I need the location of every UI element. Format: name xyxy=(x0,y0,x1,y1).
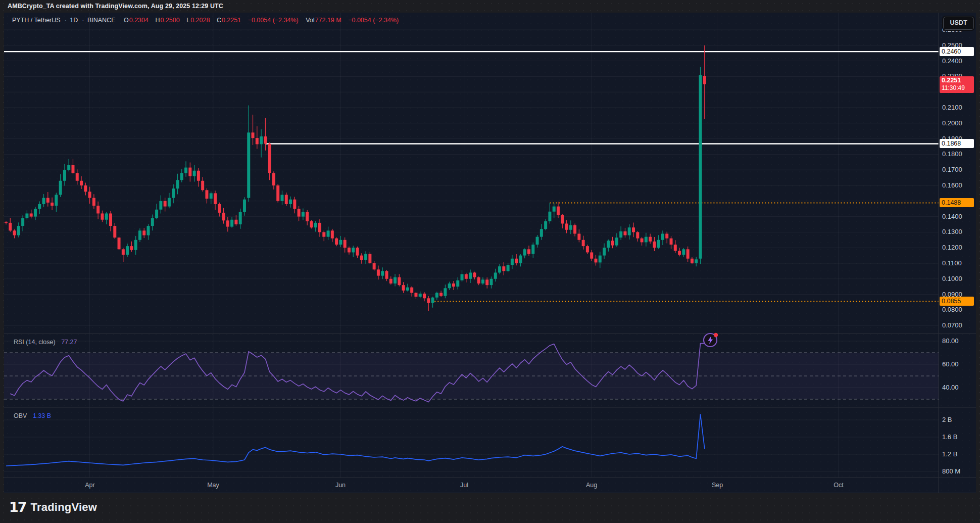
obv-tick: 1.2 B xyxy=(942,450,957,458)
high-letter: H xyxy=(155,17,160,24)
price-tick: 0.1700 xyxy=(942,166,962,173)
obv-title[interactable]: OBV xyxy=(14,412,27,419)
volume-change-value: −0.0054 (−2.34%) xyxy=(348,17,399,24)
month-label[interactable]: Jul xyxy=(460,482,468,489)
month-label[interactable]: Sep xyxy=(712,482,723,489)
rsi-tick: 60.00 xyxy=(942,360,959,368)
price-tick: 0.0800 xyxy=(942,306,962,313)
rsi-value: 77.27 xyxy=(61,339,77,346)
month-label[interactable]: Jun xyxy=(335,482,346,489)
chart-plot[interactable] xyxy=(4,13,976,493)
price-tick: 0.2100 xyxy=(942,104,962,111)
rsi-title[interactable]: RSI (14, close) xyxy=(14,339,56,346)
price-tick: 0.2400 xyxy=(942,57,962,65)
volume-value: 772.19 M xyxy=(315,17,341,24)
price-tick: 0.1300 xyxy=(942,228,962,235)
month-label[interactable]: Oct xyxy=(834,482,843,489)
obv-pane-title: OBV 1.33 B xyxy=(14,412,51,419)
boost-lightning-icon[interactable] xyxy=(702,331,719,348)
price-tick: 0.2000 xyxy=(942,119,962,127)
rsi-tick: 40.00 xyxy=(942,384,959,391)
month-label[interactable]: May xyxy=(207,482,219,489)
high-value: 0.2500 xyxy=(160,17,179,24)
price-tick: 0.1100 xyxy=(942,259,962,267)
low-letter: L xyxy=(186,17,190,24)
close-value: 0.2251 xyxy=(222,17,241,24)
symbol-legend: PYTH / TetherUS· 1D· BINANCE O0.2304 H0.… xyxy=(12,17,401,24)
symbol-name[interactable]: PYTH / TetherUS xyxy=(12,17,61,24)
month-label[interactable]: Aug xyxy=(586,482,597,489)
tradingview-logo-icon: 17 xyxy=(9,499,26,515)
chart-container[interactable]: PYTH / TetherUS· 1D· BINANCE O0.2304 H0.… xyxy=(4,13,976,493)
obv-tick: 2 B xyxy=(942,416,952,423)
bar-countdown: 11:30:49 xyxy=(942,84,965,91)
price-label-orange-1: 0.1488 xyxy=(940,198,974,207)
price-label-orange-2: 0.0855 xyxy=(940,297,974,306)
obv-value: 1.33 B xyxy=(33,412,51,419)
price-label-white-mid: 0.1868 xyxy=(940,139,974,148)
price-tick: 0.1600 xyxy=(942,181,962,189)
price-tick: 0.1200 xyxy=(942,244,962,251)
volume-label: Vol xyxy=(306,17,314,24)
interval-label[interactable]: 1D xyxy=(70,17,78,24)
tradingview-screenshot: { "top_bar": { "attribution": "AMBCrypto… xyxy=(0,0,980,523)
attribution-text: AMBCrypto_TA created with TradingView.co… xyxy=(8,3,223,10)
obv-line xyxy=(6,414,705,466)
price-tick: 0.0700 xyxy=(942,321,962,329)
change-value: −0.0054 (−2.34%) xyxy=(248,17,299,24)
tradingview-logo-text: TradingView xyxy=(31,501,97,514)
rsi-tick: 80.00 xyxy=(942,337,959,345)
last-price-label: 0.225111:30:49 xyxy=(940,76,974,93)
currency-button[interactable]: USDT xyxy=(943,17,974,30)
exchange-label: BINANCE xyxy=(87,17,116,24)
month-label[interactable]: Apr xyxy=(85,482,94,489)
candle-series xyxy=(5,45,706,311)
price-label-white-high: 0.2460 xyxy=(940,47,974,56)
low-value: 0.2028 xyxy=(190,17,210,24)
rsi-pane-title: RSI (14, close) 77.27 xyxy=(14,339,77,346)
price-tick: 0.1800 xyxy=(942,150,962,158)
price-tick: 0.1000 xyxy=(942,275,962,282)
open-value: 0.2304 xyxy=(129,17,149,24)
obv-tick: 1.6 B xyxy=(942,433,957,441)
price-tick: 0.1400 xyxy=(942,213,962,220)
tradingview-logo[interactable]: 17 TradingView xyxy=(9,499,97,515)
close-letter: C xyxy=(217,17,221,24)
top-bar: AMBCrypto_TA created with TradingView.co… xyxy=(0,0,980,13)
open-letter: O xyxy=(124,17,129,24)
obv-tick: 800 M xyxy=(942,467,960,475)
